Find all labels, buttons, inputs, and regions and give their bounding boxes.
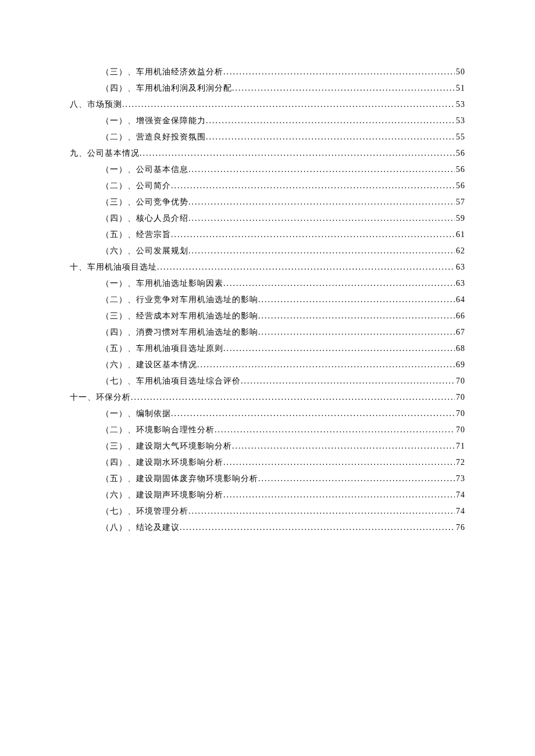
toc-entry-title: （八）、结论及建议: [101, 522, 180, 533]
toc-entry-page: 62: [455, 246, 465, 256]
toc-entry-page: 69: [455, 360, 465, 370]
toc-entry-title: （三）、公司竞争优势: [101, 197, 188, 207]
toc-leader-dots: [180, 523, 455, 532]
toc-entry-title: （六）、建设区基本情况: [101, 360, 197, 370]
toc-entry-title: （四）、车用机油利润及利润分配: [101, 83, 232, 94]
toc-entry-title: （二）、营造良好投资氛围: [101, 132, 206, 142]
toc-entry: （七）、环境管理分析74: [70, 506, 465, 517]
toc-entry: （一）、编制依据70: [70, 409, 465, 419]
toc-entry: （一）、增强资金保障能力53: [70, 116, 465, 126]
toc-leader-dots: [188, 214, 455, 223]
toc-entry-title: （六）、公司发展规划: [101, 246, 188, 256]
toc-entry-page: 74: [455, 490, 465, 500]
toc-entry-title: （二）、公司简介: [101, 181, 171, 191]
toc-leader-dots: [223, 279, 455, 288]
toc-entry: （五）、建设期固体废弃物环境影响分析73: [70, 474, 465, 484]
toc-entry-page: 76: [455, 523, 465, 532]
toc-entry: （五）、经营宗旨61: [70, 230, 465, 240]
toc-entry-title: （三）、车用机油经济效益分析: [101, 67, 223, 77]
toc-entry: 九、公司基本情况56: [70, 148, 465, 159]
toc-entry-title: （三）、建设期大气环境影响分析: [101, 441, 232, 452]
toc-entry-title: （二）、行业竞争对车用机油选址的影响: [101, 295, 258, 305]
toc-entry-page: 50: [455, 67, 465, 77]
toc-entry-page: 56: [455, 149, 465, 158]
toc-entry-page: 70: [455, 393, 465, 402]
toc-entry-title: （六）、建设期声环境影响分析: [101, 490, 223, 500]
toc-entry-page: 67: [455, 328, 465, 337]
toc-entry: （一）、车用机油选址影响因素63: [70, 278, 465, 289]
toc-entry-page: 68: [455, 344, 465, 353]
toc-entry-title: （二）、环境影响合理性分析: [101, 425, 215, 435]
toc-leader-dots: [122, 100, 455, 109]
toc-entry: （三）、公司竞争优势57: [70, 197, 465, 207]
toc-entry-page: 55: [455, 132, 465, 142]
toc-leader-dots: [223, 67, 455, 77]
toc-entry: 八、市场预测53: [70, 99, 465, 110]
toc-entry-title: （一）、增强资金保障能力: [101, 116, 206, 126]
toc-entry-title: （五）、经营宗旨: [101, 230, 171, 240]
toc-entry: （七）、车用机油项目选址综合评价70: [70, 376, 465, 386]
toc-entry-page: 70: [455, 409, 465, 418]
toc-entry-page: 70: [455, 377, 465, 386]
toc-entry-page: 70: [455, 425, 465, 435]
toc-entry: （四）、车用机油利润及利润分配51: [70, 83, 465, 94]
toc-entry-page: 64: [455, 295, 465, 304]
toc-leader-dots: [171, 181, 455, 191]
toc-leader-dots: [188, 246, 455, 256]
toc-entry-page: 73: [455, 474, 465, 483]
toc-leader-dots: [140, 149, 455, 158]
toc-entry-page: 53: [455, 116, 465, 126]
toc-entry: （四）、核心人员介绍59: [70, 213, 465, 224]
toc-entry-page: 74: [455, 507, 465, 516]
toc-entry: （五）、车用机油项目选址原则68: [70, 343, 465, 354]
toc-entry: （六）、建设区基本情况69: [70, 360, 465, 370]
toc-entry-title: （四）、消费习惯对车用机油选址的影响: [101, 327, 258, 338]
toc-entry-title: 十、车用机油项目选址: [70, 262, 157, 273]
toc-leader-dots: [188, 165, 455, 174]
toc-entry: 十一、环保分析70: [70, 392, 465, 403]
toc-leader-dots: [197, 360, 455, 370]
toc-entry-page: 72: [455, 458, 465, 467]
toc-leader-dots: [206, 116, 455, 126]
toc-entry-page: 63: [455, 263, 465, 272]
toc-entry: （六）、建设期声环境影响分析74: [70, 490, 465, 500]
toc-leader-dots: [215, 425, 455, 435]
toc-entry-title: 十一、环保分析: [70, 392, 131, 403]
toc-entry-page: 51: [455, 84, 465, 93]
toc-leader-dots: [171, 230, 455, 239]
toc-entry-page: 56: [455, 181, 465, 191]
toc-entry: （四）、建设期水环境影响分析72: [70, 457, 465, 468]
toc-entry-page: 66: [455, 311, 465, 321]
toc-entry: （八）、结论及建议76: [70, 522, 465, 533]
toc-leader-dots: [131, 393, 455, 402]
toc-leader-dots: [171, 409, 455, 418]
toc-leader-dots: [223, 458, 455, 467]
toc-entry: （二）、营造良好投资氛围55: [70, 132, 465, 142]
toc-entry: （二）、行业竞争对车用机油选址的影响64: [70, 295, 465, 305]
toc-leader-dots: [223, 490, 455, 500]
toc-entry: （六）、公司发展规划62: [70, 246, 465, 256]
toc-leader-dots: [157, 263, 455, 272]
toc-leader-dots: [258, 295, 455, 304]
table-of-contents: （三）、车用机油经济效益分析50（四）、车用机油利润及利润分配51八、市场预测5…: [70, 67, 465, 533]
toc-entry: （二）、公司简介56: [70, 181, 465, 191]
toc-entry-page: 61: [455, 230, 465, 239]
toc-entry: （四）、消费习惯对车用机油选址的影响67: [70, 327, 465, 338]
toc-leader-dots: [258, 311, 455, 321]
toc-entry-page: 56: [455, 165, 465, 174]
toc-entry-title: （五）、车用机油项目选址原则: [101, 343, 223, 354]
toc-leader-dots: [223, 344, 455, 353]
toc-entry-title: （四）、核心人员介绍: [101, 213, 188, 224]
toc-entry: （一）、公司基本信息56: [70, 164, 465, 175]
toc-entry-title: （一）、车用机油选址影响因素: [101, 278, 223, 289]
toc-entry-page: 57: [455, 198, 465, 207]
toc-entry: （三）、经营成本对车用机油选址的影响66: [70, 311, 465, 321]
toc-entry-page: 59: [455, 214, 465, 223]
toc-entry-title: （一）、编制依据: [101, 409, 171, 419]
toc-entry-title: （五）、建设期固体废弃物环境影响分析: [101, 474, 258, 484]
toc-entry-title: （七）、环境管理分析: [101, 506, 188, 517]
toc-entry-page: 71: [455, 442, 465, 451]
toc-leader-dots: [258, 474, 455, 483]
toc-leader-dots: [232, 442, 455, 451]
toc-entry-title: 八、市场预测: [70, 99, 122, 110]
